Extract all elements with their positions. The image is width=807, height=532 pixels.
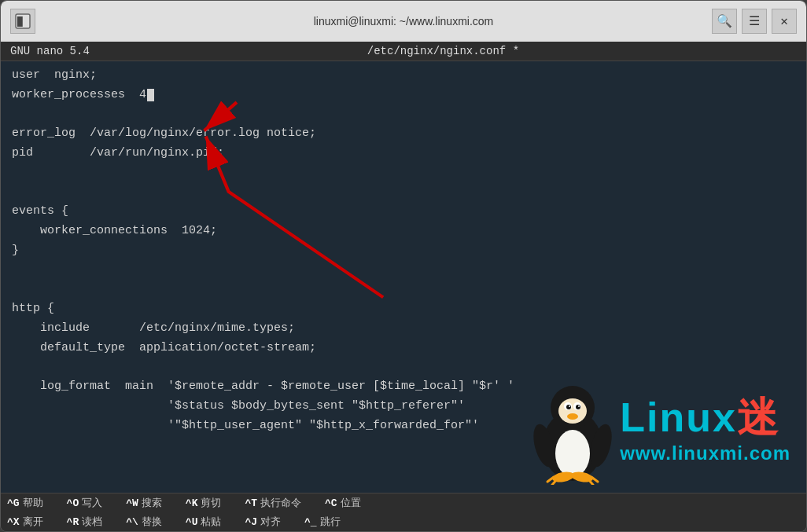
titlebar-left: █	[10, 9, 35, 34]
titlebar-title: linuxmi@linuxmi: ~/www.linuxmi.com	[314, 15, 494, 28]
editor-area[interactable]: user nginx; worker_processes 4 error_log…	[1, 61, 806, 493]
code-line-12	[12, 280, 795, 299]
code-line-7	[12, 183, 795, 203]
terminal-window: █ linuxmi@linuxmi: ~/www.linuxmi.com 🔍 ☰…	[0, 0, 807, 532]
svg-text:█: █	[17, 16, 23, 27]
menu-button[interactable]: ☰	[742, 9, 767, 34]
footer-replace[interactable]: ^\ 替换	[126, 515, 162, 529]
code-line-18: '$status $body_bytes_sent "$http_referer…	[12, 397, 795, 416]
code-line-13: http {	[12, 299, 795, 319]
terminal-icon: █	[10, 9, 35, 34]
footer-execute[interactable]: ^T 执行命令	[245, 496, 301, 510]
svg-line-19	[547, 477, 554, 482]
svg-point-5	[555, 430, 590, 477]
code-line-6	[12, 163, 795, 183]
code-line-5: pid /var/run/nginx.pid;	[12, 144, 795, 163]
code-line-17: log_format main '$remote_addr - $remote_…	[12, 377, 795, 397]
nano-filename: /etc/nginx/nginx.conf *	[367, 45, 519, 57]
nano-footer-row-2: ^X 离开 ^R 读档 ^\ 替换 ^U 粘贴 ^J 对齐 ^_ 跳行	[1, 512, 806, 531]
code-line-19: '"$http_user_agent" "$http_x_forwarded_f…	[12, 416, 795, 436]
footer-goto[interactable]: ^_ 跳行	[304, 515, 341, 529]
svg-line-20	[552, 479, 557, 485]
footer-justify[interactable]: ^J 对齐	[245, 515, 281, 529]
titlebar-buttons: 🔍 ☰ ✕	[712, 9, 797, 34]
search-button[interactable]: 🔍	[712, 9, 737, 34]
code-line-16	[12, 358, 795, 377]
svg-point-18	[570, 471, 594, 484]
watermark-url: www.linuxmi.com	[620, 438, 790, 469]
footer-search[interactable]: ^W 搜索	[126, 496, 162, 510]
nano-version: GNU nano 5.4	[10, 45, 90, 57]
footer-position[interactable]: ^C 位置	[325, 496, 361, 510]
code-line-4: error_log /var/log/nginx/error.log notic…	[12, 124, 795, 144]
code-line-15: default_type application/octet-stream;	[12, 339, 795, 358]
svg-line-22	[588, 479, 593, 485]
footer-cut[interactable]: ^K 剪切	[186, 496, 222, 510]
nano-footer: ^G 帮助 ^O 写入 ^W 搜索 ^K 剪切 ^T 执行命令 ^C 位置	[1, 493, 806, 531]
footer-write[interactable]: ^O 写入	[67, 496, 103, 510]
footer-help[interactable]: ^G 帮助	[7, 496, 43, 510]
code-line-9: worker_connections 1024;	[12, 222, 795, 241]
code-line-11	[12, 261, 795, 281]
footer-paste[interactable]: ^U 粘贴	[186, 515, 222, 529]
svg-line-21	[591, 477, 598, 482]
svg-point-17	[551, 471, 575, 484]
footer-exit[interactable]: ^X 离开	[7, 515, 43, 529]
footer-read[interactable]: ^R 读档	[67, 515, 103, 529]
close-button[interactable]: ✕	[772, 9, 797, 34]
code-line-1: user nginx;	[12, 66, 795, 86]
code-line-3	[12, 105, 795, 125]
code-line-2: worker_processes 4	[12, 86, 795, 105]
code-line-8: events {	[12, 202, 795, 222]
code-line-14: include /etc/nginx/mime.types;	[12, 319, 795, 339]
nano-footer-row-1: ^G 帮助 ^O 写入 ^W 搜索 ^K 剪切 ^T 执行命令 ^C 位置	[1, 493, 806, 512]
titlebar: █ linuxmi@linuxmi: ~/www.linuxmi.com 🔍 ☰…	[1, 1, 806, 42]
code-line-10: }	[12, 241, 795, 261]
nano-header: GNU nano 5.4 /etc/nginx/nginx.conf *	[1, 42, 806, 61]
